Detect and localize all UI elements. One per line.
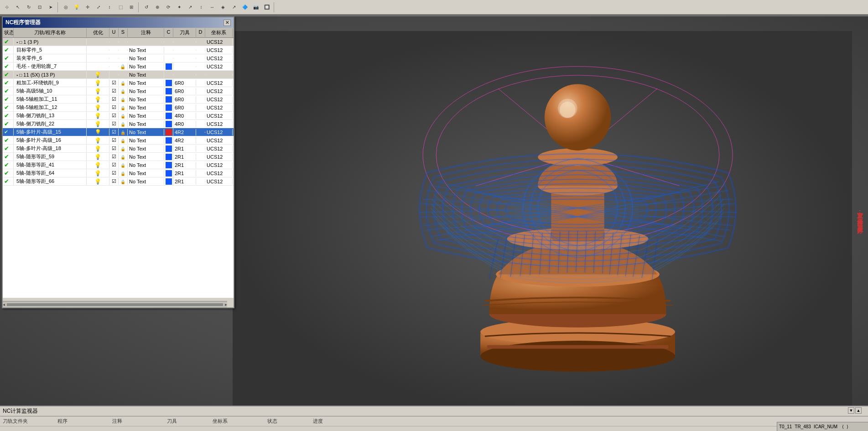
table-row[interactable]: ✔ 5轴-随形等距_41 💡 ☑ 🔒 No Text 2R1 UCS12 bbox=[3, 161, 234, 169]
row-tool: 4R2 bbox=[173, 137, 196, 144]
toolbar-group-3: ↺ ⊕ ⟳ ✦ ↗ ↕ ↔ ◈ ↗ 🔷 📷 🔲 bbox=[141, 2, 274, 12]
bottom-monitor-columns: 刀轨文件夹 程序 注释 刀具 坐标系 状态 进度 bbox=[0, 416, 868, 426]
collapse-icon[interactable]: ⟩ bbox=[847, 424, 848, 429]
row-opt bbox=[87, 42, 109, 42]
table-row[interactable]: ✔ 5轴-多叶片-高级_15 💡 ☑ 🔒 No Text 4R2 UCS12 bbox=[3, 128, 234, 136]
table-row[interactable]: ✔ 装夹零件_6 No Text UCS12 bbox=[3, 54, 234, 62]
scroll-right-icon[interactable]: ▸ bbox=[225, 302, 227, 307]
toolbar-btn-cross[interactable]: ◈ bbox=[218, 2, 228, 12]
row-tool: 2R1 bbox=[173, 178, 196, 185]
row-status: ✔ bbox=[3, 120, 14, 128]
toolbar-btn-camera[interactable]: 📷 bbox=[251, 2, 261, 12]
toolbar-btn-arrow[interactable]: ➤ bbox=[46, 2, 56, 12]
status-t0: T0_11 bbox=[779, 424, 792, 429]
table-row[interactable]: ✔ 5轴-5轴粗加工_12 💡 ☑ 🔒 No Text 6R0 UCS12 bbox=[3, 104, 234, 112]
row-note: No Text bbox=[128, 137, 164, 144]
table-row[interactable]: ✔ 5轴-侧刀铣削_22 💡 ☑ 🔒 No Text 4R0 UCS12 bbox=[3, 120, 234, 128]
row-tool: 6R0 bbox=[173, 104, 196, 111]
table-row[interactable]: ✔ 5轴-随形等距_66 💡 ☑ 🔒 No Text 2R1 UCS12 bbox=[3, 177, 234, 186]
nc-panel-hscrollbar[interactable]: ◂ ▸ bbox=[3, 301, 227, 307]
toolbar-btn-circle[interactable]: ◎ bbox=[61, 2, 71, 12]
col-opt[interactable]: 优化 bbox=[87, 28, 109, 37]
col-tool[interactable]: 刀具 bbox=[173, 28, 196, 37]
table-row[interactable]: ✔ 5轴-随形等距_59 💡 ☑ 🔒 No Text 2R1 UCS12 bbox=[3, 153, 234, 161]
row-c bbox=[164, 104, 173, 111]
nc-program-panel: NC程序管理器 ✕ 状态 刀轨/程序名称 优化 U S 注释 C 刀具 D 坐标… bbox=[2, 16, 234, 308]
row-d bbox=[196, 42, 205, 42]
table-row[interactable]: ✔ 5轴-多叶片-高级_18 💡 ☑ 🔒 No Text 2R1 UCS12 bbox=[3, 145, 234, 153]
toolbar-btn-updown[interactable]: ↕ bbox=[196, 2, 206, 12]
toolbar-btn-vert[interactable]: ↕ bbox=[104, 2, 114, 12]
toolbar-btn-add[interactable]: ⊕ bbox=[152, 2, 162, 12]
scroll-left-icon[interactable]: ◂ bbox=[3, 302, 5, 307]
row-tool bbox=[173, 50, 196, 51]
toolbar-btn-light[interactable]: 💡 bbox=[72, 2, 82, 12]
toolbar-btn-screen[interactable]: 🔲 bbox=[262, 2, 272, 12]
row-name: 5轴-高级5轴_10 bbox=[14, 87, 87, 95]
toolbar-btn-select[interactable]: ⊹ bbox=[2, 2, 12, 12]
col-note[interactable]: 注释 bbox=[128, 28, 164, 37]
toolbar-btn-zoom[interactable]: ⊡ bbox=[35, 2, 45, 12]
nc-panel-close-button[interactable]: ✕ bbox=[223, 20, 231, 26]
toolbar-btn-grid[interactable]: ⊞ bbox=[126, 2, 136, 12]
row-tool: 6R0 bbox=[173, 96, 196, 103]
row-coord: UCS12 bbox=[205, 170, 233, 177]
toolbar-btn-cursor[interactable]: ↖ bbox=[13, 2, 23, 12]
table-row[interactable]: ✔ 5轴-侧刀铣削_13 💡 ☑ 🔒 No Text 4R0 UCS12 bbox=[3, 112, 234, 120]
col-c[interactable]: C bbox=[164, 28, 173, 37]
row-name: 5轴-多叶片-高级_15 bbox=[14, 128, 87, 136]
row-note: No Text bbox=[128, 88, 164, 94]
table-row[interactable]: ✔ 粗加工-环绕铣削_9 💡 ☑ 🔒 No Text 6R0 UCS12 bbox=[3, 79, 234, 87]
scroll-track bbox=[7, 303, 223, 306]
table-row[interactable]: ✔ 5轴-高级5轴_10 💡 ☑ 🔒 No Text 6R0 UCS12 bbox=[3, 87, 234, 95]
row-opt: 💡 bbox=[87, 161, 109, 169]
row-u: ☑ bbox=[109, 153, 119, 160]
row-d bbox=[196, 83, 205, 83]
table-row[interactable]: ✔ ▪ □ 1 (3 P) UCS12 bbox=[3, 38, 234, 46]
row-s bbox=[119, 74, 128, 75]
col-coord[interactable]: 坐标系 bbox=[205, 28, 233, 37]
toolbar-btn-refresh[interactable]: ⟳ bbox=[163, 2, 173, 12]
row-d bbox=[196, 50, 205, 51]
row-s: 🔒 bbox=[119, 178, 128, 185]
row-opt bbox=[87, 50, 109, 51]
toolbar-btn-diag[interactable]: ↗ bbox=[229, 2, 239, 12]
table-row[interactable]: ✔ ▪ □ 11 (5X) (13 P) 💡 No Text bbox=[3, 71, 234, 79]
toolbar-btn-box[interactable]: ⬚ bbox=[115, 2, 125, 12]
row-tool: 4R2 bbox=[173, 129, 196, 135]
table-row[interactable]: ✔ 5轴-随形等距_64 💡 ☑ 🔒 No Text 2R1 UCS12 bbox=[3, 169, 234, 177]
toolbar-btn-diamond[interactable]: 🔷 bbox=[240, 2, 250, 12]
toolbar-btn-star[interactable]: ✦ bbox=[174, 2, 184, 12]
toolbar-btn-expand[interactable]: ⤢ bbox=[94, 2, 104, 12]
row-name: 装夹零件_6 bbox=[14, 54, 87, 62]
toolbar-btn-undo[interactable]: ↺ bbox=[141, 2, 151, 12]
row-coord: UCS12 bbox=[205, 63, 233, 70]
row-status: ✔ bbox=[3, 46, 14, 54]
bottom-monitor-label: NC计算监视器 bbox=[3, 407, 38, 415]
toolbar-btn-ne[interactable]: ↗ bbox=[185, 2, 195, 12]
col-name[interactable]: 刀轨/程序名称 bbox=[14, 28, 87, 37]
row-name: ▪ □ 11 (5X) (13 P) bbox=[14, 72, 87, 78]
row-d bbox=[196, 173, 205, 174]
row-tool bbox=[173, 74, 196, 75]
bottom-monitor-bar: NC计算监视器 ▼ ▲ 刀轨文件夹 程序 注释 刀具 坐标系 状态 进度 bbox=[0, 405, 868, 431]
table-row[interactable]: ✔ 毛坯 - 使用轮廓_7 🔒 No Text UCS12 bbox=[3, 62, 234, 71]
col-s[interactable]: S bbox=[119, 28, 128, 37]
toolbar-btn-move[interactable]: ✛ bbox=[83, 2, 93, 12]
bottom-restore-icon[interactable]: ▲ bbox=[855, 407, 862, 414]
row-name: 5轴-多叶片-高级_16 bbox=[14, 136, 87, 144]
toolbar-btn-lr[interactable]: ↔ bbox=[207, 2, 217, 12]
nc-table-header: 状态 刀轨/程序名称 优化 U S 注释 C 刀具 D 坐标系 bbox=[3, 28, 234, 38]
row-d bbox=[196, 66, 205, 67]
table-row[interactable]: ✔ 5轴-5轴粗加工_11 💡 ☑ 🔒 No Text 6R0 UCS12 bbox=[3, 95, 234, 104]
col-d[interactable]: D bbox=[196, 28, 205, 37]
nc-table-body[interactable]: ✔ ▪ □ 1 (3 P) UCS12 ✔ 目标零件_5 No Text UCS… bbox=[3, 38, 234, 298]
col-status[interactable]: 状态 bbox=[3, 28, 14, 37]
table-row[interactable]: ✔ 5轴-多叶片-高级_16 💡 ☑ 🔒 No Text 4R2 UCS12 bbox=[3, 136, 234, 145]
toolbar-btn-rotate[interactable]: ↻ bbox=[24, 2, 34, 12]
expand-icon[interactable]: ⟨ bbox=[842, 424, 844, 429]
table-row[interactable]: ✔ 目标零件_5 No Text UCS12 bbox=[3, 46, 234, 54]
col-u[interactable]: U bbox=[109, 28, 119, 37]
col-header-progress: 进度 bbox=[313, 418, 368, 425]
bottom-minimize-icon[interactable]: ▼ bbox=[848, 407, 854, 414]
